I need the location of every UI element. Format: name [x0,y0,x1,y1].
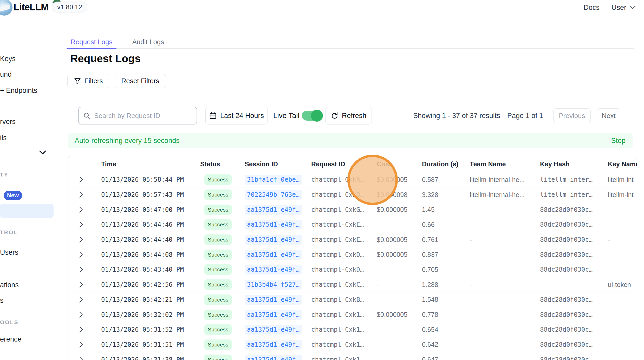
cell-duration: 0.642 [422,341,470,348]
reset-filters-button[interactable]: Reset Filters [115,74,166,88]
cell-team-name: - [470,251,540,258]
expand-row-chevron-icon[interactable] [68,192,101,198]
expand-row-chevron-icon[interactable] [68,282,101,288]
cell-duration: 0.66 [422,221,470,228]
cell-duration: 0.647 [422,356,470,360]
cell-team-name: - [470,356,540,360]
filter-funnel-icon [74,77,81,85]
table-row[interactable]: 01/13/2026 05:31:52 PM Success aa1375d1-… [68,322,637,337]
header-duration: Duration (s) [422,160,470,168]
sidebar-item-organizations[interactable]: ations [0,281,19,289]
user-menu[interactable]: User [612,4,636,12]
status-badge: Success [204,189,232,200]
session-id-link[interactable]: aa1375d1-e49f… [245,220,302,230]
table-row[interactable]: 01/13/2026 05:42:21 PM Success aa1375d1-… [68,292,637,307]
session-id-link[interactable]: aa1375d1-e49f… [245,250,302,260]
cell-cost: - [377,341,422,348]
sidebar-item-users[interactable]: Users [0,248,18,257]
next-page-button[interactable]: Next [597,108,620,123]
logs-tab-bar: Request Logs Audit Logs [67,36,634,49]
session-id-link[interactable]: 31b3b4b4-f527… [245,280,302,290]
cell-time: 01/13/2026 05:47:00 PM [101,206,200,213]
cell-request-id: chatcmpl-CxkE… [311,236,377,243]
expand-row-chevron-icon[interactable] [68,312,101,318]
status-badge: Success [204,339,232,350]
table-row[interactable]: 01/13/2026 05:57:43 PM Success 7022549b-… [68,187,637,202]
expand-row-chevron-icon[interactable] [68,207,101,213]
table-row[interactable]: 01/13/2026 05:42:56 PM Success 31b3b4b4-… [68,277,637,292]
session-id-link[interactable]: 31bfa1cf-0ebe… [245,175,302,185]
sidebar-item-teams[interactable]: s [0,297,4,305]
live-tail-toggle[interactable] [302,111,322,121]
table-row[interactable]: 01/13/2026 05:31:51 PM Success aa1375d1-… [68,337,637,352]
stop-auto-refresh-link[interactable]: Stop [611,137,626,145]
table-row[interactable]: 01/13/2026 05:44:46 PM Success aa1375d1-… [68,217,637,232]
cell-team-name: - [470,296,540,303]
status-badge: Success [204,205,232,215]
results-summary: Showing 1 - 37 of 37 results [413,107,500,125]
session-id-link[interactable]: aa1375d1-e49f… [245,235,302,245]
cell-time: 01/13/2026 05:42:21 PM [101,296,200,303]
sidebar-section-observability: TY [0,172,9,178]
cell-time: 01/13/2026 05:32:02 PM [101,311,200,318]
table-row[interactable]: 01/13/2026 05:47:00 PM Success aa1375d1-… [68,202,637,217]
previous-page-button[interactable]: Previous [553,108,591,123]
table-header-row: Time Status Session ID Request ID Cost D… [68,156,637,172]
sidebar-item-servers[interactable]: rvers [0,118,16,126]
cell-cost: - [377,356,422,360]
status-badge: Success [204,294,232,305]
expand-row-chevron-icon[interactable] [68,266,101,273]
session-id-link[interactable]: aa1375d1-e49f… [245,310,302,320]
sidebar-item-guardrails[interactable]: ils [0,134,7,142]
expand-row-chevron-icon[interactable] [68,297,101,303]
time-range-button[interactable]: Last 24 Hours [205,107,268,125]
sidebar-item-keys[interactable]: Keys [0,55,16,63]
cell-request-id: chatcmpl-CxkD… [311,266,377,273]
sidebar-item-reference[interactable]: erence [0,335,22,343]
sidebar-collapse-chevron-icon[interactable] [39,150,46,155]
table-row[interactable]: 01/13/2026 05:44:40 PM Success aa1375d1-… [68,232,637,247]
table-row[interactable]: 01/13/2026 05:43:40 PM Success aa1375d1-… [68,262,637,277]
table-row[interactable]: 01/13/2026 05:44:08 PM Success aa1375d1-… [68,247,637,262]
refresh-button[interactable]: Refresh [325,107,372,125]
search-input[interactable] [94,112,192,120]
cell-team-name: - [470,326,540,333]
status-badge: Success [204,174,232,185]
expand-row-chevron-icon[interactable] [68,176,101,183]
expand-row-chevron-icon[interactable] [68,357,101,360]
sidebar-section-tools: OOLS [0,319,19,325]
expand-row-chevron-icon[interactable] [68,237,101,243]
sidebar-item-selected-logs[interactable] [0,204,54,218]
live-tail-toggle-knob [311,110,323,122]
table-row[interactable]: 01/13/2026 05:58:44 PM Success 31bfa1cf-… [68,172,637,187]
expand-row-chevron-icon[interactable] [68,326,101,333]
cell-duration: 0.705 [422,266,470,273]
cell-team-name: - [470,311,540,318]
auto-refresh-message: Auto-refreshing every 15 seconds [75,137,180,145]
expand-row-chevron-icon[interactable] [68,342,101,348]
cell-key-hash: 88dc28d0f030c… [540,251,608,258]
session-id-link[interactable]: aa1375d1-e49f… [245,340,302,350]
table-row[interactable]: 01/13/2026 05:31:38 PM Success aa1375d1-… [68,352,637,360]
session-id-link[interactable]: 7022549b-763e… [245,190,302,200]
tab-request-logs[interactable]: Request Logs [67,36,116,48]
sidebar-item-playground[interactable]: und [0,70,12,78]
status-badge: Success [204,219,232,230]
expand-row-chevron-icon[interactable] [68,221,101,228]
filters-button[interactable]: Filters [67,74,109,88]
status-badge: Success [204,310,232,320]
session-id-link[interactable]: aa1375d1-e49f… [245,205,302,215]
session-id-link[interactable]: aa1375d1-e49f… [245,265,302,274]
cell-cost: - [377,296,422,303]
tab-audit-logs[interactable]: Audit Logs [128,36,168,48]
request-id-search [78,107,197,125]
expand-row-chevron-icon[interactable] [68,252,101,258]
session-id-link[interactable]: aa1375d1-e49f… [245,355,302,360]
sidebar-item-models-endpoints[interactable]: + Endpoints [0,87,37,95]
docs-link[interactable]: Docs [583,4,600,12]
table-row[interactable]: 01/13/2026 05:32:02 PM Success aa1375d1-… [68,307,637,322]
session-id-link[interactable]: aa1375d1-e49f… [245,325,302,335]
session-id-link[interactable]: aa1375d1-e49f… [245,295,302,305]
top-navigation-bar: LiteLLM v1.80.12 Docs User [0,0,644,15]
cell-key-name: ui-token [608,281,637,289]
